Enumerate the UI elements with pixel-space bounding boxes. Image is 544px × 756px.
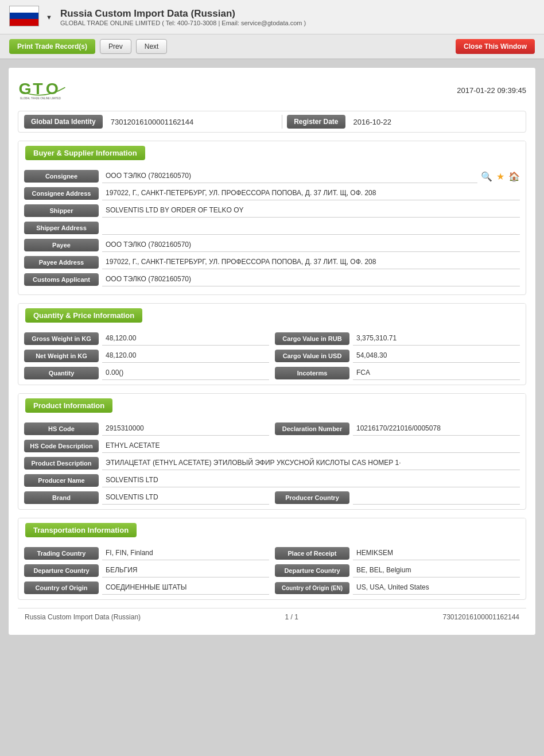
departure-country-en-label: Departure Country xyxy=(275,564,349,577)
product-body: HS Code 2915310000 Declaration Number 10… xyxy=(18,417,526,509)
cargo-usd-value: 54,048.30 xyxy=(353,349,520,363)
cargo-usd-label: Cargo Value in USD xyxy=(275,350,349,362)
customs-applicant-value: ООО ТЭЛКО (7802160570) xyxy=(102,273,520,286)
payee-address-row: Payee Address 197022, Г., САНКТ-ПЕТЕРБУР… xyxy=(24,255,520,269)
product-desc-label: Product Description xyxy=(24,457,99,470)
buyer-supplier-body: Consignee ООО ТЭЛКО (7802160570) 🔍 ★ 🏠 C… xyxy=(18,165,526,294)
net-weight-label: Net Weight in KG xyxy=(24,350,99,362)
hs-code-desc-label: HS Code Description xyxy=(24,440,99,452)
flag-dropdown[interactable]: ▼ xyxy=(46,14,52,21)
trading-country-value: FI, FIN, Finland xyxy=(102,546,269,560)
brand-row: Brand SOLVENTIS LTD xyxy=(24,491,269,505)
hs-code-row: HS Code 2915310000 xyxy=(24,422,269,436)
country-of-origin-en-label: Country of Origin (EN) xyxy=(275,582,349,594)
buyer-supplier-header: Buyer & Supplier Information xyxy=(18,141,526,165)
cargo-rub-label: Cargo Value in RUB xyxy=(275,332,349,345)
brand-value: SOLVENTIS LTD xyxy=(102,491,269,505)
producer-name-value: SOLVENTIS LTD xyxy=(102,474,520,487)
record-card: G T O GLOBAL TRADE ONLINE LIMITED 2017-0… xyxy=(8,67,536,635)
footer-right: 73012016100001162144 xyxy=(443,613,519,621)
place-of-receipt-row: Place of Receipt HEMIKSEM xyxy=(275,546,520,560)
prev-button[interactable]: Prev xyxy=(100,39,131,54)
print-button[interactable]: Print Trade Record(s) xyxy=(9,39,95,54)
brand-producer-grid: Brand SOLVENTIS LTD Producer Country xyxy=(24,491,520,505)
footer-left: Russia Custom Import Data (Russian) xyxy=(25,613,141,621)
product-desc-value: ЭТИЛАЦЕТАТ (ETHYL ACETATE) ЭТИЛОВЫЙ ЭФИР… xyxy=(102,456,520,470)
register-date-label: Register Date xyxy=(287,115,345,129)
consignee-address-label: Consignee Address xyxy=(24,187,99,200)
quantity-price-section: Quantity & Price Information Gross Weigh… xyxy=(18,303,526,385)
footer-center: 1 / 1 xyxy=(285,613,298,621)
shipper-label: Shipper xyxy=(24,204,99,217)
search-icon[interactable]: 🔍 xyxy=(481,170,492,182)
producer-name-label: Producer Name xyxy=(24,474,99,487)
consignee-address-value: 197022, Г., САНКТ-ПЕТЕРБУРГ, УЛ. ПРОФЕСС… xyxy=(102,187,520,200)
trading-country-label: Trading Country xyxy=(24,547,99,560)
gross-weight-row: Gross Weight in KG 48,120.00 xyxy=(24,332,269,346)
transportation-grid: Trading Country FI, FIN, Finland Place o… xyxy=(24,546,520,595)
top-bar: ▼ Russia Custom Import Data (Russian) GL… xyxy=(0,0,544,34)
quantity-price-body: Gross Weight in KG 48,120.00 Cargo Value… xyxy=(18,327,526,385)
datetime: 2017-01-22 09:39:45 xyxy=(457,86,526,95)
net-weight-value: 48,120.00 xyxy=(102,349,269,363)
buyer-supplier-section: Buyer & Supplier Information Consignee О… xyxy=(18,141,526,295)
producer-country-value xyxy=(353,491,520,505)
country-of-origin-en-value: US, USA, United States xyxy=(353,581,520,595)
net-weight-row: Net Weight in KG 48,120.00 xyxy=(24,349,269,363)
hs-code-label: HS Code xyxy=(24,422,99,435)
gto-logo: G T O GLOBAL TRADE ONLINE LIMITED xyxy=(18,77,69,104)
svg-text:GLOBAL TRADE ONLINE LIMITED: GLOBAL TRADE ONLINE LIMITED xyxy=(20,97,61,100)
departure-country-en-row: Departure Country BE, BEL, Belgium xyxy=(275,564,520,577)
producer-country-row: Producer Country xyxy=(275,491,520,505)
producer-name-row: Producer Name SOLVENTIS LTD xyxy=(24,474,520,487)
flag-container xyxy=(9,6,39,28)
country-of-origin-value: СОЕДИНЕННЫЕ ШТАТЫ xyxy=(102,581,269,595)
quantity-value: 0.00() xyxy=(102,366,269,380)
shipper-address-value xyxy=(102,221,520,235)
quantity-label: Quantity xyxy=(24,367,99,379)
identity-row: Global Data Identity 7301201610000116214… xyxy=(18,111,526,133)
product-header: Product Information xyxy=(18,394,526,417)
home-icon[interactable]: 🏠 xyxy=(508,170,520,182)
title-area: Russia Custom Import Data (Russian) GLOB… xyxy=(60,8,306,26)
main-content: G T O GLOBAL TRADE ONLINE LIMITED 2017-0… xyxy=(0,59,544,643)
place-of-receipt-label: Place of Receipt xyxy=(275,547,349,560)
consignee-icons: 🔍 ★ 🏠 xyxy=(481,170,520,182)
declaration-number-row: Declaration Number 10216170/221016/00050… xyxy=(275,422,520,436)
product-top-grid: HS Code 2915310000 Declaration Number 10… xyxy=(24,422,520,436)
gross-weight-value: 48,120.00 xyxy=(102,332,269,346)
departure-country-value: БЕЛЬГИЯ xyxy=(102,564,269,577)
transportation-section: Transportation Information Trading Count… xyxy=(18,518,526,600)
incoterms-label: Incoterms xyxy=(275,367,349,379)
payee-value: ООО ТЭЛКО (7802160570) xyxy=(102,238,520,252)
svg-text:G: G xyxy=(19,79,32,98)
close-button[interactable]: Close This Window xyxy=(456,39,535,54)
russia-flag xyxy=(9,6,39,26)
shipper-row: Shipper SOLVENTIS LTD BY ORDER OF TELKO … xyxy=(24,204,520,218)
app-subtitle: GLOBAL TRADE ONLINE LIMITED ( Tel: 400-7… xyxy=(60,20,306,26)
hs-code-value: 2915310000 xyxy=(102,422,269,436)
consignee-label: Consignee xyxy=(24,170,99,183)
consignee-value: ООО ТЭЛКО (7802160570) xyxy=(102,169,477,183)
footer-bar: Russia Custom Import Data (Russian) 1 / … xyxy=(18,608,526,626)
card-header: G T O GLOBAL TRADE ONLINE LIMITED 2017-0… xyxy=(18,77,526,104)
place-of-receipt-value: HEMIKSEM xyxy=(353,546,520,560)
payee-address-label: Payee Address xyxy=(24,256,99,269)
transportation-body: Trading Country FI, FIN, Finland Place o… xyxy=(18,542,526,599)
departure-country-en-value: BE, BEL, Belgium xyxy=(353,564,520,577)
departure-country-row: Departure Country БЕЛЬГИЯ xyxy=(24,564,269,577)
star-icon[interactable]: ★ xyxy=(495,170,506,182)
hs-code-desc-value: ETHYL ACETATE xyxy=(102,439,520,453)
shipper-value: SOLVENTIS LTD BY ORDER OF TELKO OY xyxy=(102,204,520,218)
hs-code-desc-row: HS Code Description ETHYL ACETATE xyxy=(24,439,520,453)
declaration-number-value: 10216170/221016/0005078 xyxy=(353,422,520,436)
payee-address-value: 197022, Г., САНКТ-ПЕТЕРБУРГ, УЛ. ПРОФЕСС… xyxy=(102,255,520,269)
next-button[interactable]: Next xyxy=(136,39,168,54)
register-date-value: 2016-10-22 xyxy=(350,118,520,126)
declaration-number-label: Declaration Number xyxy=(275,422,349,435)
product-section: Product Information HS Code 2915310000 D… xyxy=(18,393,526,510)
shipper-address-label: Shipper Address xyxy=(24,222,99,234)
payee-row: Payee ООО ТЭЛКО (7802160570) xyxy=(24,238,520,252)
app-title: Russia Custom Import Data (Russian) xyxy=(60,8,306,20)
brand-label: Brand xyxy=(24,491,99,504)
